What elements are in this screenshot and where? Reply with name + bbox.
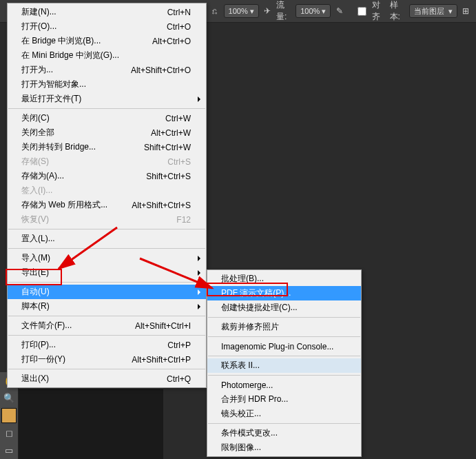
color-swatch[interactable] <box>1 408 17 422</box>
menu-item-label: 关闭并转到 Bridge... <box>21 141 130 153</box>
menu-item-label: 打印一份(Y) <box>21 354 118 365</box>
menu-item[interactable]: 文件简介(F)...Alt+Shift+Ctrl+I <box>8 318 206 333</box>
menu-item-shortcut: Ctrl+Q <box>167 374 191 384</box>
menu-item[interactable]: 退出(X)Ctrl+Q <box>8 371 206 386</box>
align-label: 对齐 <box>372 0 384 23</box>
submenu-item-label: PDF 演示文稿(P)... <box>221 287 346 299</box>
submenu-item[interactable]: Imagenomic Plug-in Console... <box>207 339 361 354</box>
submenu-item[interactable]: 限制图像... <box>207 440 361 455</box>
menu-item-shortcut: Alt+Shift+Ctrl+P <box>132 355 191 365</box>
submenu-item[interactable]: 镜头校正... <box>207 407 361 421</box>
submenu-item-label: 条件模式更改... <box>221 427 346 439</box>
menu-item-label: 存储为 Web 所用格式... <box>21 199 118 211</box>
flow-dropdown[interactable]: 100%▾ <box>296 4 331 18</box>
menu-item-label: 最近打开文件(T) <box>21 93 191 105</box>
submenu-item-label: 联系表 II... <box>221 360 346 371</box>
menu-item[interactable]: 存储为 Web 所用格式...Alt+Shift+Ctrl+S <box>8 198 206 212</box>
submenu-item-label: 限制图像... <box>221 442 346 453</box>
brush-icon[interactable]: ⎌ <box>210 5 219 17</box>
menu-item-shortcut: Shift+Ctrl+S <box>146 172 191 181</box>
menu-item-shortcut: Ctrl+S <box>167 157 191 167</box>
settings-icon[interactable]: ⊞ <box>462 5 470 17</box>
submenu-item[interactable]: 联系表 II... <box>207 358 361 373</box>
pressure-icon[interactable]: ✎ <box>335 5 344 17</box>
submenu-item-label: Imagenomic Plug-in Console... <box>221 342 346 351</box>
menu-separator <box>8 369 205 369</box>
menu-item-label: 新建(N)... <box>21 6 154 18</box>
menu-item-shortcut: Shift+Ctrl+W <box>144 143 191 152</box>
menu-item-label: 存储为(A)... <box>21 170 132 182</box>
menu-item-label: 自动(U) <box>21 286 191 298</box>
menu-item[interactable]: 打开(O)...Ctrl+O <box>8 19 206 34</box>
flow-label: 流量: <box>276 0 290 23</box>
menu-separator <box>208 356 360 356</box>
submenu-item-label: 裁剪并修齐照片 <box>221 321 346 333</box>
align-checkbox[interactable] <box>358 7 366 16</box>
menu-separator <box>8 229 205 229</box>
menu-item[interactable]: 在 Bridge 中浏览(B)...Alt+Ctrl+O <box>8 34 206 48</box>
chevron-right-icon <box>198 96 200 102</box>
menu-item-shortcut: Alt+Shift+Ctrl+S <box>132 201 191 210</box>
sample-label: 样本: <box>390 0 404 23</box>
zoom-tool-icon[interactable]: 🔍 <box>1 391 17 405</box>
submenu-item[interactable]: Photomerge... <box>207 378 361 392</box>
menu-item-label: 导出(E) <box>21 267 191 278</box>
menu-item: 恢复(V)F12 <box>8 212 206 227</box>
menu-separator <box>8 282 205 283</box>
sample-dropdown[interactable]: 当前图层▾ <box>409 4 457 18</box>
submenu-item-label: 创建快捷批处理(C)... <box>221 302 346 314</box>
submenu-item[interactable]: 条件模式更改... <box>207 426 361 440</box>
menu-item-label: 签入(I)... <box>21 185 191 196</box>
submenu-item[interactable]: 合并到 HDR Pro... <box>207 392 361 407</box>
submenu-item[interactable]: PDF 演示文稿(P)... <box>207 286 361 300</box>
submenu-item[interactable]: 创建快捷批处理(C)... <box>207 300 361 315</box>
submenu-item[interactable]: 裁剪并修齐照片 <box>207 320 361 334</box>
airbrush-icon[interactable]: ✈ <box>263 5 272 17</box>
menu-separator <box>8 108 205 109</box>
menu-separator <box>208 317 360 318</box>
menu-item[interactable]: 打印(P)...Ctrl+P <box>8 338 206 352</box>
menu-item[interactable]: 导出(E) <box>8 265 206 280</box>
menu-item-label: 打开为... <box>21 64 117 76</box>
menu-item-shortcut: Ctrl+O <box>167 22 191 32</box>
menu-item: 存储(S)Ctrl+S <box>8 154 206 169</box>
menu-item[interactable]: 自动(U) <box>8 285 206 299</box>
quickmask-icon[interactable]: ◻ <box>1 426 17 440</box>
menu-item-shortcut: Alt+Shift+Ctrl+I <box>135 321 191 331</box>
menu-item-label: 导入(M) <box>21 252 191 264</box>
menu-item[interactable]: 打开为智能对象... <box>8 77 206 92</box>
menu-separator <box>8 316 205 316</box>
chevron-right-icon <box>198 304 200 309</box>
menu-item-shortcut: Ctrl+W <box>165 114 191 123</box>
menu-item-shortcut: Alt+Ctrl+O <box>152 37 191 46</box>
menu-item[interactable]: 导入(M) <box>8 251 206 265</box>
menu-item[interactable]: 关闭全部Alt+Ctrl+W <box>8 125 206 140</box>
menu-item-label: 恢复(V) <box>21 214 163 225</box>
menu-item-shortcut: Ctrl+P <box>167 340 191 350</box>
menu-item[interactable]: 打开为...Alt+Shift+Ctrl+O <box>8 63 206 77</box>
menu-item-shortcut: Ctrl+N <box>167 8 191 17</box>
chevron-right-icon <box>198 256 200 261</box>
menu-separator <box>208 336 360 337</box>
menu-item[interactable]: 置入(L)... <box>8 232 206 246</box>
menu-item[interactable]: 打印一份(Y)Alt+Shift+Ctrl+P <box>8 352 206 367</box>
screenmode-icon[interactable]: ▭ <box>1 443 17 458</box>
chevron-right-icon <box>198 289 200 295</box>
menu-item[interactable]: 新建(N)...Ctrl+N <box>8 5 206 19</box>
menu-item-label: 关闭(C) <box>21 112 152 124</box>
menu-item-label: 脚本(R) <box>21 300 191 312</box>
menu-item[interactable]: 关闭并转到 Bridge...Shift+Ctrl+W <box>8 140 206 154</box>
menu-item[interactable]: 最近打开文件(T) <box>8 92 206 106</box>
file-menu: 新建(N)...Ctrl+N打开(O)...Ctrl+O在 Bridge 中浏览… <box>7 3 207 388</box>
menu-item[interactable]: 存储为(A)...Shift+Ctrl+S <box>8 169 206 183</box>
percent-dropdown[interactable]: 100%▾ <box>224 4 259 18</box>
chevron-right-icon <box>198 270 200 276</box>
doc-canvas <box>19 389 163 459</box>
menu-item[interactable]: 在 Mini Bridge 中浏览(G)... <box>8 48 206 63</box>
submenu-item[interactable]: 批处理(B)... <box>207 272 361 286</box>
menu-item-label: 在 Mini Bridge 中浏览(G)... <box>21 50 191 61</box>
menu-item-label: 打印(P)... <box>21 339 154 351</box>
menu-item-label: 退出(X) <box>21 373 153 385</box>
menu-item[interactable]: 脚本(R) <box>8 299 206 314</box>
menu-item[interactable]: 关闭(C)Ctrl+W <box>8 111 206 125</box>
